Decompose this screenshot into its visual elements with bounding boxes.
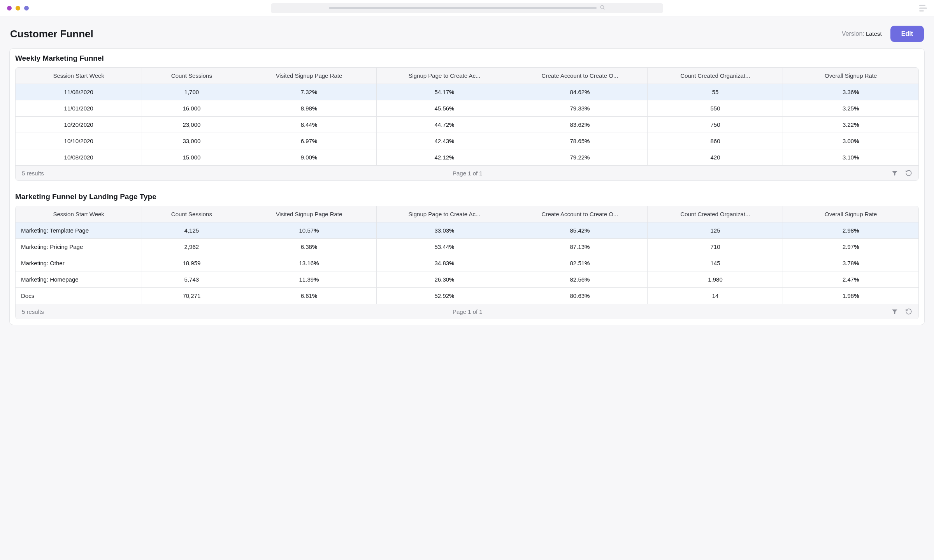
table-cell: 5,743 <box>142 271 241 288</box>
table-cell: 70,271 <box>142 288 241 304</box>
table-cell: Marketing: Pricing Page <box>16 239 142 255</box>
table-cell: 42.43% <box>377 133 512 149</box>
refresh-icon[interactable] <box>905 170 912 177</box>
table-row[interactable]: 10/08/202015,0009.00%42.12%79.22%4203.10… <box>16 149 918 166</box>
column-header[interactable]: Visited Signup Page Rate <box>241 68 377 84</box>
section-title: Marketing Funnel by Landing Page Type <box>10 191 924 206</box>
table-cell: 4,125 <box>142 222 241 239</box>
table-cell: 11/08/2020 <box>16 84 142 100</box>
table-cell: 2.98% <box>783 222 918 239</box>
table-cell: 85.42% <box>512 222 648 239</box>
table-cell: 79.33% <box>512 100 648 117</box>
refresh-icon[interactable] <box>905 308 912 315</box>
table-cell: 11.39% <box>241 271 377 288</box>
column-header[interactable]: Overall Signup Rate <box>783 206 918 222</box>
table-cell: 44.72% <box>377 117 512 133</box>
table-row[interactable]: 11/01/202016,0008.98%45.56%79.33%5503.25… <box>16 100 918 117</box>
window-minimize-button[interactable] <box>16 6 20 10</box>
table-row[interactable]: 11/08/20201,7007.32%54.17%84.62%553.36% <box>16 84 918 100</box>
table-cell: 10/08/2020 <box>16 149 142 166</box>
svg-point-0 <box>601 5 604 9</box>
table-cell: 145 <box>648 255 783 271</box>
column-header[interactable]: Count Sessions <box>142 68 241 84</box>
table-row[interactable]: Marketing: Homepage5,74311.39%26.30%82.5… <box>16 271 918 288</box>
table-cell: 55 <box>648 84 783 100</box>
table-cell: 18,959 <box>142 255 241 271</box>
table-cell: 11/01/2020 <box>16 100 142 117</box>
table-cell: 2,962 <box>142 239 241 255</box>
pagination-indicator: Page 1 of 1 <box>44 170 891 177</box>
table-row[interactable]: 10/10/202033,0006.97%42.43%78.65%8603.00… <box>16 133 918 149</box>
table-cell: 82.51% <box>512 255 648 271</box>
table-cell: 2.47% <box>783 271 918 288</box>
column-header[interactable]: Create Account to Create O... <box>512 68 648 84</box>
table-cell: 82.56% <box>512 271 648 288</box>
table-cell: 79.22% <box>512 149 648 166</box>
table-cell: 1.98% <box>783 288 918 304</box>
table-cell: 8.98% <box>241 100 377 117</box>
table-cell: 80.63% <box>512 288 648 304</box>
filter-icon[interactable] <box>891 308 898 315</box>
table-cell: 3.22% <box>783 117 918 133</box>
column-header[interactable]: Visited Signup Page Rate <box>241 206 377 222</box>
table-cell: 33.03% <box>377 222 512 239</box>
column-header[interactable]: Signup Page to Create Ac... <box>377 68 512 84</box>
pagination-indicator: Page 1 of 1 <box>44 308 891 315</box>
table-cell: 1,980 <box>648 271 783 288</box>
table-cell: 3.00% <box>783 133 918 149</box>
window-title-bar <box>0 0 934 16</box>
table-cell: 3.10% <box>783 149 918 166</box>
table-container: Session Start WeekCount SessionsVisited … <box>15 206 919 319</box>
column-header[interactable]: Session Start Week <box>16 206 142 222</box>
column-header[interactable]: Count Created Organizat... <box>648 68 783 84</box>
table-row[interactable]: Docs70,2716.61%52.92%80.63%141.98% <box>16 288 918 304</box>
version-value: Latest <box>866 30 882 37</box>
table-cell: 87.13% <box>512 239 648 255</box>
table-cell: 3.36% <box>783 84 918 100</box>
table-footer: 5 resultsPage 1 of 1 <box>16 304 918 319</box>
table-cell: 15,000 <box>142 149 241 166</box>
filter-icon[interactable] <box>891 170 898 177</box>
table-cell: 16,000 <box>142 100 241 117</box>
url-search-bar[interactable] <box>271 3 663 13</box>
table-cell: 42.12% <box>377 149 512 166</box>
table-cell: 6.61% <box>241 288 377 304</box>
table-cell: 10/20/2020 <box>16 117 142 133</box>
column-header[interactable]: Create Account to Create O... <box>512 206 648 222</box>
window-close-button[interactable] <box>7 6 12 10</box>
page-header: Customer Funnel Version: Latest Edit <box>9 16 925 48</box>
table-cell: 33,000 <box>142 133 241 149</box>
column-header[interactable]: Count Sessions <box>142 206 241 222</box>
table-cell: 13.16% <box>241 255 377 271</box>
table-cell: 54.17% <box>377 84 512 100</box>
table-cell: 10/10/2020 <box>16 133 142 149</box>
column-header[interactable]: Session Start Week <box>16 68 142 84</box>
data-table: Session Start WeekCount SessionsVisited … <box>16 206 918 304</box>
menu-icon[interactable] <box>919 5 927 11</box>
url-placeholder <box>329 7 597 9</box>
table-cell: Docs <box>16 288 142 304</box>
report-card: Weekly Marketing FunnelSession Start Wee… <box>9 48 925 325</box>
table-cell: 550 <box>648 100 783 117</box>
table-row[interactable]: Marketing: Other18,95913.16%34.83%82.51%… <box>16 255 918 271</box>
column-header[interactable]: Count Created Organizat... <box>648 206 783 222</box>
table-cell: 84.62% <box>512 84 648 100</box>
column-header[interactable]: Overall Signup Rate <box>783 68 918 84</box>
version-indicator: Version: Latest <box>842 30 882 37</box>
table-cell: 2.97% <box>783 239 918 255</box>
table-cell: 1,700 <box>142 84 241 100</box>
table-cell: 10.57% <box>241 222 377 239</box>
table-row[interactable]: Marketing: Template Page4,12510.57%33.03… <box>16 222 918 239</box>
window-maximize-button[interactable] <box>24 6 29 10</box>
table-cell: 750 <box>648 117 783 133</box>
edit-button[interactable]: Edit <box>890 26 924 42</box>
table-container: Session Start WeekCount SessionsVisited … <box>15 67 919 181</box>
svg-line-1 <box>604 9 605 10</box>
table-cell: Marketing: Homepage <box>16 271 142 288</box>
table-cell: 26.30% <box>377 271 512 288</box>
table-cell: 7.32% <box>241 84 377 100</box>
table-cell: 14 <box>648 288 783 304</box>
table-row[interactable]: 10/20/202023,0008.44%44.72%83.62%7503.22… <box>16 117 918 133</box>
column-header[interactable]: Signup Page to Create Ac... <box>377 206 512 222</box>
table-row[interactable]: Marketing: Pricing Page2,9626.38%53.44%8… <box>16 239 918 255</box>
